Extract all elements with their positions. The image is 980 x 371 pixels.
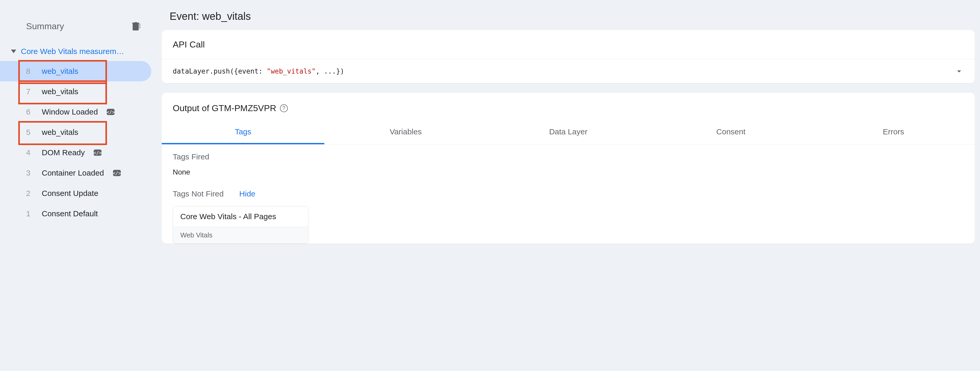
event-number: 5 [26, 128, 34, 137]
api-call-title: API Call [173, 40, 964, 49]
chevron-down-icon [955, 67, 964, 76]
event-item[interactable]: 3Container Loaded</> [0, 163, 151, 183]
summary-row: Summary [0, 10, 157, 42]
event-label: Container Loaded [42, 169, 104, 177]
code-badge-icon: </> [113, 170, 121, 176]
output-card: Output of GTM-PMZ5VPR ? TagsVariablesDat… [162, 92, 975, 244]
clear-all-button[interactable] [130, 21, 141, 31]
api-call-code: dataLayer.push({event: "web_vitals", ...… [173, 67, 344, 75]
event-label: DOM Ready [42, 148, 85, 157]
tab-tags[interactable]: Tags [162, 121, 324, 144]
event-number: 4 [26, 148, 34, 157]
svg-rect-2 [139, 27, 140, 28]
event-number: 2 [26, 189, 34, 198]
tags-fired-none: None [162, 164, 975, 184]
hide-button[interactable]: Hide [239, 189, 255, 198]
tags-not-fired-label: Tags Not Fired [173, 189, 224, 198]
tag-card-type: Web Vitals [173, 227, 308, 244]
code-badge-icon: </> [94, 150, 102, 156]
event-label: web_vitals [42, 87, 78, 96]
main-content: Event: web_vitals API Call dataLayer.pus… [157, 0, 980, 371]
caret-down-icon [11, 49, 16, 53]
tab-variables[interactable]: Variables [324, 121, 487, 144]
summary-label: Summary [26, 21, 64, 31]
event-label: Consent Default [42, 209, 98, 218]
output-title: Output of GTM-PMZ5VPR [173, 103, 276, 113]
event-label: web_vitals [42, 128, 78, 137]
event-label: web_vitals [42, 67, 78, 76]
event-item[interactable]: 5web_vitals [0, 122, 151, 142]
tab-data-layer[interactable]: Data Layer [487, 121, 649, 144]
tab-errors[interactable]: Errors [812, 121, 975, 144]
tag-card[interactable]: Core Web Vitals - All Pages Web Vitals [173, 206, 309, 244]
event-item[interactable]: 7web_vitals [0, 81, 151, 102]
event-item[interactable]: 4DOM Ready</> [0, 142, 151, 163]
group-label: Core Web Vitals measurem… [21, 47, 124, 56]
event-label: Consent Update [42, 189, 99, 198]
event-item[interactable]: 8web_vitals [0, 61, 151, 81]
sidebar: Summary Core Web Vitals measurem… 8web_v… [0, 0, 157, 371]
tag-card-name: Core Web Vitals - All Pages [173, 206, 308, 227]
event-item[interactable]: 6Window Loaded</> [0, 102, 151, 122]
help-icon[interactable]: ? [280, 104, 288, 112]
api-call-row[interactable]: dataLayer.push({event: "web_vitals", ...… [162, 59, 975, 83]
output-tabs: TagsVariablesData LayerConsentErrors [162, 121, 975, 145]
event-label: Window Loaded [42, 107, 98, 116]
event-number: 8 [26, 67, 34, 76]
event-number: 6 [26, 107, 34, 116]
tab-consent[interactable]: Consent [650, 121, 812, 144]
event-group: Core Web Vitals measurem… 8web_vitals7we… [0, 45, 157, 224]
event-title: Event: web_vitals [162, 5, 975, 30]
event-number: 3 [26, 169, 34, 177]
api-call-card: API Call dataLayer.push({event: "web_vit… [162, 30, 975, 83]
clear-all-icon [130, 21, 141, 31]
event-item[interactable]: 1Consent Default [0, 204, 151, 224]
svg-rect-1 [139, 25, 140, 26]
event-number: 7 [26, 87, 34, 96]
svg-rect-0 [139, 24, 140, 25]
event-list: 8web_vitals7web_vitals6Window Loaded</>5… [0, 61, 157, 224]
event-number: 1 [26, 209, 34, 218]
event-item[interactable]: 2Consent Update [0, 183, 151, 204]
code-badge-icon: </> [107, 109, 115, 115]
tags-fired-label: Tags Fired [162, 145, 975, 164]
group-header[interactable]: Core Web Vitals measurem… [0, 45, 157, 61]
